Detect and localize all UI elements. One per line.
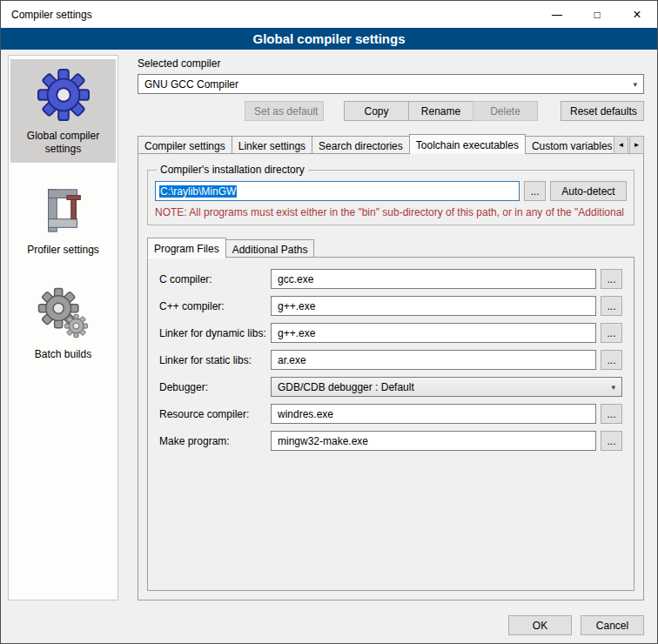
arrow-right-icon: ► xyxy=(634,141,641,149)
make-program-value: mingw32-make.exe xyxy=(278,435,368,447)
selected-compiler-dropdown[interactable]: GNU GCC Compiler ▾ xyxy=(138,74,644,94)
dynamic-linker-input[interactable]: g++.exe xyxy=(271,323,596,343)
static-linker-input[interactable]: ar.exe xyxy=(271,350,596,370)
gears-icon xyxy=(37,286,91,340)
form-row-make-program: Make program: mingw32-make.exe ... xyxy=(159,431,622,451)
installation-directory-input[interactable]: C:\raylib\MinGW xyxy=(155,181,520,201)
tab-compiler-settings[interactable]: Compiler settings xyxy=(138,136,232,154)
clamp-icon xyxy=(37,185,91,236)
program-files-section: Program Files Additional Paths C compile… xyxy=(147,237,634,591)
dynamic-linker-label: Linker for dynamic libs: xyxy=(159,327,271,339)
sidebar-item-profiler-settings[interactable]: Profiler settings xyxy=(10,177,116,264)
settings-tabstrip: Compiler settings Linker settings Search… xyxy=(138,133,644,154)
resource-compiler-label: Resource compiler: xyxy=(159,408,271,420)
sidebar: Global compiler settings Profiler settin… xyxy=(8,55,118,600)
installation-directory-group: Compiler's installation directory C:\ray… xyxy=(147,164,634,225)
selected-compiler-label: Selected compiler xyxy=(138,57,644,70)
static-linker-browse-button[interactable]: ... xyxy=(601,350,622,370)
maximize-button[interactable]: □ xyxy=(577,1,617,28)
installation-directory-label: Compiler's installation directory xyxy=(157,164,308,176)
sidebar-item-global-compiler-settings[interactable]: Global compiler settings xyxy=(10,59,116,163)
tabs-scroll-area: Compiler settings Linker settings Search… xyxy=(138,133,614,154)
static-linker-value: ar.exe xyxy=(278,354,306,366)
cancel-button[interactable]: Cancel xyxy=(581,615,644,635)
toolchain-executables-panel: Compiler's installation directory C:\ray… xyxy=(138,153,644,600)
make-program-browse-button[interactable]: ... xyxy=(601,431,622,451)
make-program-label: Make program: xyxy=(159,435,271,447)
sidebar-item-label: Profiler settings xyxy=(12,244,114,257)
tab-additional-paths[interactable]: Additional Paths xyxy=(225,239,315,258)
form-row-static-linker: Linker for static libs: ar.exe ... xyxy=(159,350,622,370)
cpp-compiler-input[interactable]: g++.exe xyxy=(271,296,596,316)
arrow-left-icon: ◄ xyxy=(618,141,625,149)
selected-compiler-value: GNU GCC Compiler xyxy=(144,78,238,91)
close-icon: × xyxy=(633,7,641,23)
form-row-resource-compiler: Resource compiler: windres.exe ... xyxy=(159,404,622,424)
static-linker-label: Linker for static libs: xyxy=(159,354,271,366)
minimize-icon: — xyxy=(552,9,562,21)
close-button[interactable]: × xyxy=(617,1,657,28)
form-row-dynamic-linker: Linker for dynamic libs: g++.exe ... xyxy=(159,323,622,343)
compiler-actions: Set as default Copy Rename Delete Reset … xyxy=(138,101,644,121)
c-compiler-value: gcc.exe xyxy=(278,273,313,285)
cpp-compiler-value: g++.exe xyxy=(278,300,315,312)
minimize-button[interactable]: — xyxy=(537,1,577,28)
form-row-cpp-compiler: C++ compiler: g++.exe ... xyxy=(159,296,622,316)
installation-directory-row: C:\raylib\MinGW ... Auto-detect xyxy=(155,181,627,201)
sidebar-item-label: Global compiler settings xyxy=(12,130,114,156)
tab-scroll-left-button[interactable]: ◄ xyxy=(614,136,628,154)
dynamic-linker-value: g++.exe xyxy=(278,327,315,339)
program-files-panel: C compiler: gcc.exe ... C++ compiler: g+… xyxy=(147,257,634,591)
debugger-label: Debugger: xyxy=(159,381,271,393)
delete-button[interactable]: Delete xyxy=(473,101,538,121)
resource-compiler-input[interactable]: windres.exe xyxy=(271,404,596,424)
form-row-debugger: Debugger: GDB/CDB debugger : Default ▾ xyxy=(159,377,622,397)
c-compiler-input[interactable]: gcc.exe xyxy=(271,269,596,289)
ok-button[interactable]: OK xyxy=(508,615,572,635)
resource-compiler-value: windres.exe xyxy=(278,408,333,420)
form-row-c-compiler: C compiler: gcc.exe ... xyxy=(159,269,622,289)
browse-directory-button[interactable]: ... xyxy=(524,181,546,201)
cpp-compiler-browse-button[interactable]: ... xyxy=(601,296,622,316)
tab-toolchain-executables[interactable]: Toolchain executables xyxy=(409,134,526,154)
debugger-value: GDB/CDB debugger : Default xyxy=(278,381,414,393)
maximize-icon: □ xyxy=(594,9,600,21)
installation-directory-value: C:\raylib\MinGW xyxy=(159,185,237,198)
tab-search-directories[interactable]: Search directories xyxy=(312,136,410,154)
tab-linker-settings[interactable]: Linker settings xyxy=(232,136,312,154)
sidebar-item-batch-builds[interactable]: Batch builds xyxy=(10,278,116,368)
program-tabstrip: Program Files Additional Paths xyxy=(147,237,634,258)
window-title: Compiler settings xyxy=(11,9,92,21)
gear-icon xyxy=(37,68,91,122)
reset-defaults-button[interactable]: Reset defaults xyxy=(561,101,644,121)
tab-scroll-right-button[interactable]: ► xyxy=(629,136,644,154)
c-compiler-label: C compiler: xyxy=(159,273,271,285)
rename-button[interactable]: Rename xyxy=(408,101,473,121)
dialog-header: Global compiler settings xyxy=(1,28,657,50)
window-controls: — □ × xyxy=(537,1,657,28)
tab-custom-variables[interactable]: Custom variables xyxy=(525,136,614,154)
dialog-footer: OK Cancel xyxy=(508,615,644,635)
installation-note: NOTE: All programs must exist either in … xyxy=(155,206,627,218)
sidebar-item-label: Batch builds xyxy=(12,348,114,361)
compiler-settings-window: Compiler settings — □ × Global compiler … xyxy=(0,0,658,644)
dynamic-linker-browse-button[interactable]: ... xyxy=(601,323,622,343)
copy-button[interactable]: Copy xyxy=(344,101,409,121)
c-compiler-browse-button[interactable]: ... xyxy=(601,269,622,289)
main-content: Selected compiler GNU GCC Compiler ▾ Set… xyxy=(138,55,644,600)
cpp-compiler-label: C++ compiler: xyxy=(159,300,271,312)
auto-detect-button[interactable]: Auto-detect xyxy=(550,181,627,201)
set-as-default-button[interactable]: Set as default xyxy=(245,101,324,121)
debugger-dropdown[interactable]: GDB/CDB debugger : Default ▾ xyxy=(271,377,622,397)
resource-compiler-browse-button[interactable]: ... xyxy=(601,404,622,424)
titlebar: Compiler settings — □ × xyxy=(1,1,657,28)
tab-program-files[interactable]: Program Files xyxy=(147,238,226,258)
chevron-down-icon: ▾ xyxy=(611,383,615,392)
make-program-input[interactable]: mingw32-make.exe xyxy=(271,431,596,451)
chevron-down-icon: ▾ xyxy=(633,80,637,89)
